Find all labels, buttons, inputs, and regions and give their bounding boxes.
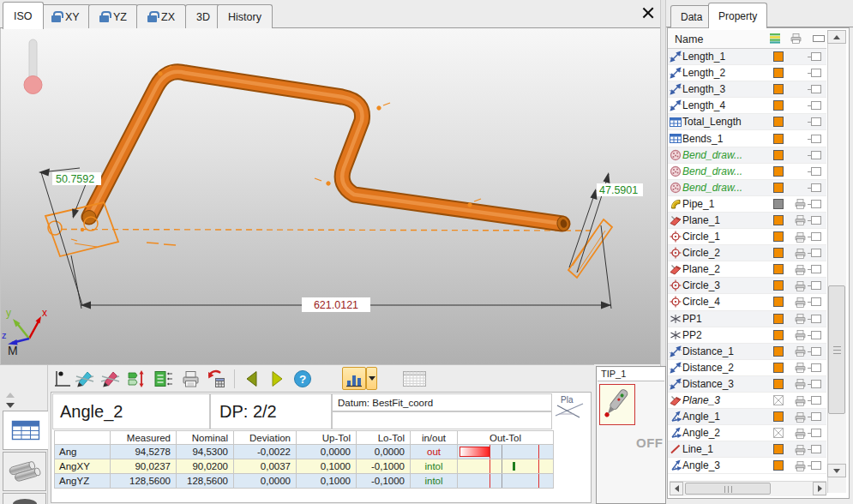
tree-row[interactable]: Distance_1 (668, 344, 826, 360)
tree-row[interactable]: Angle_3 (668, 458, 826, 474)
tree-row[interactable]: Bend_draw... (668, 164, 826, 180)
plot-axis-icon[interactable] (51, 368, 73, 390)
column-header[interactable] (54, 430, 111, 445)
report-checkbox[interactable] (811, 396, 821, 405)
color-swatch[interactable] (773, 395, 784, 405)
color-swatch[interactable] (773, 199, 784, 209)
color-swatch[interactable] (773, 150, 784, 160)
report-checkbox[interactable] (811, 69, 821, 77)
tree-row[interactable]: Plane_2 (668, 261, 826, 278)
report-checkbox[interactable] (811, 281, 821, 290)
color-swatch[interactable] (773, 280, 784, 291)
tab-zx[interactable]: ZX (136, 4, 186, 28)
report-checkbox[interactable] (811, 265, 821, 273)
tube[interactable] (82, 72, 571, 232)
color-swatch[interactable] (773, 330, 784, 340)
color-swatch[interactable] (773, 51, 784, 62)
tree-row[interactable]: Angle_2 (668, 425, 826, 441)
color-swatch[interactable] (773, 183, 784, 193)
histogram-icon[interactable] (342, 367, 366, 390)
color-swatch[interactable] (773, 379, 784, 389)
scroll-tabs-up-icon[interactable] (6, 393, 15, 398)
print-column-icon[interactable] (790, 33, 802, 46)
column-header[interactable]: Deviation (234, 430, 297, 445)
tab-data[interactable]: Data (670, 5, 712, 28)
edit-nominal-pencil-icon[interactable] (99, 368, 122, 390)
next-feature-icon[interactable] (266, 368, 288, 390)
vscroll-thumb[interactable] (828, 285, 845, 414)
tree-row[interactable]: Circle_2 (668, 245, 826, 261)
report-checkbox[interactable] (811, 117, 821, 126)
color-swatch[interactable] (773, 264, 784, 274)
recalculate-icon[interactable] (205, 368, 227, 390)
report-checkbox[interactable] (811, 167, 821, 176)
stylus-probe-button[interactable] (599, 384, 635, 425)
report-checkbox[interactable] (811, 85, 821, 93)
report-checkbox[interactable] (811, 52, 821, 61)
color-swatch[interactable] (773, 117, 784, 127)
help-icon[interactable]: ? (291, 368, 314, 390)
grid-view-icon[interactable] (402, 368, 428, 390)
report-checkbox[interactable] (811, 445, 821, 453)
report-checkbox[interactable] (811, 151, 821, 159)
tab-property[interactable]: Property (708, 3, 767, 28)
tree-row[interactable]: PP2 (668, 327, 826, 344)
column-header[interactable]: in/out (411, 430, 458, 445)
tab-xy[interactable]: XY (40, 4, 91, 28)
plane-chip[interactable]: Pla (554, 395, 592, 424)
report-checkbox[interactable] (811, 216, 821, 225)
report-checkbox[interactable] (811, 347, 821, 356)
tree-row[interactable]: Angle_1 (668, 409, 826, 425)
feature-list-icon[interactable] (152, 368, 174, 390)
tree-row[interactable]: Total_Length (668, 114, 826, 130)
report-checkbox[interactable] (811, 135, 821, 143)
tab-3d[interactable]: 3D (185, 4, 221, 28)
tree-row[interactable]: Plane_3 (668, 393, 826, 409)
report-checkbox[interactable] (811, 429, 821, 437)
report-checkbox[interactable] (811, 101, 821, 110)
report-checkbox[interactable] (811, 315, 821, 323)
name-column-header[interactable]: Name (675, 33, 769, 45)
color-swatch[interactable] (773, 363, 784, 373)
tree-row[interactable]: Circle_3 (668, 278, 826, 294)
flange-right[interactable] (568, 219, 612, 278)
tab-report-view[interactable] (3, 493, 46, 504)
tab-result-table[interactable] (3, 411, 48, 450)
color-swatch[interactable] (773, 248, 784, 258)
tree-row[interactable]: Distance_3 (668, 376, 826, 393)
color-swatch[interactable] (773, 134, 784, 144)
tree-row[interactable]: Bends_1 (668, 130, 826, 147)
report-checkbox[interactable] (811, 380, 821, 388)
column-header[interactable]: Lo-Tol (357, 430, 411, 445)
color-swatch[interactable] (773, 215, 784, 225)
close-icon[interactable] (641, 6, 655, 20)
report-checkbox[interactable] (811, 249, 821, 257)
previous-feature-icon[interactable] (241, 368, 263, 390)
color-swatch[interactable] (773, 460, 784, 471)
tree-row[interactable]: Length_2 (668, 65, 826, 81)
color-swatch[interactable] (773, 297, 784, 307)
report-checkbox[interactable] (811, 461, 821, 470)
tree-row[interactable]: Distance_2 (668, 360, 826, 376)
report-checkbox[interactable] (811, 183, 821, 192)
result-row[interactable]: AngXY90,023790,02000,00370,1000-0,1000in… (54, 459, 554, 474)
print-icon[interactable] (179, 368, 201, 390)
tree-row[interactable]: Length_1 (668, 49, 826, 65)
report-checkbox[interactable] (811, 297, 821, 306)
color-swatch[interactable] (773, 411, 784, 422)
tree-row[interactable]: Pipe_1 (668, 196, 826, 213)
tree-vscrollbar[interactable] (827, 30, 846, 493)
color-swatch[interactable] (773, 68, 784, 78)
color-swatch[interactable] (773, 231, 784, 242)
tree-row[interactable]: Plane_1 (668, 213, 826, 229)
tree-row[interactable]: Bend_draw... (668, 180, 826, 196)
scroll-left-button[interactable] (670, 482, 683, 495)
tab-tube-view[interactable] (3, 452, 46, 491)
sort-features-icon[interactable] (125, 368, 147, 390)
color-swatch[interactable] (773, 428, 784, 438)
frame-column-icon[interactable] (813, 33, 825, 45)
layer-colors-icon[interactable] (769, 33, 781, 46)
result-row[interactable]: AngYZ128,5600128,56000,00000,1000-0,1000… (54, 474, 554, 489)
column-header[interactable]: Up-Tol (297, 430, 357, 445)
edit-measured-pencil-icon[interactable] (74, 368, 96, 390)
